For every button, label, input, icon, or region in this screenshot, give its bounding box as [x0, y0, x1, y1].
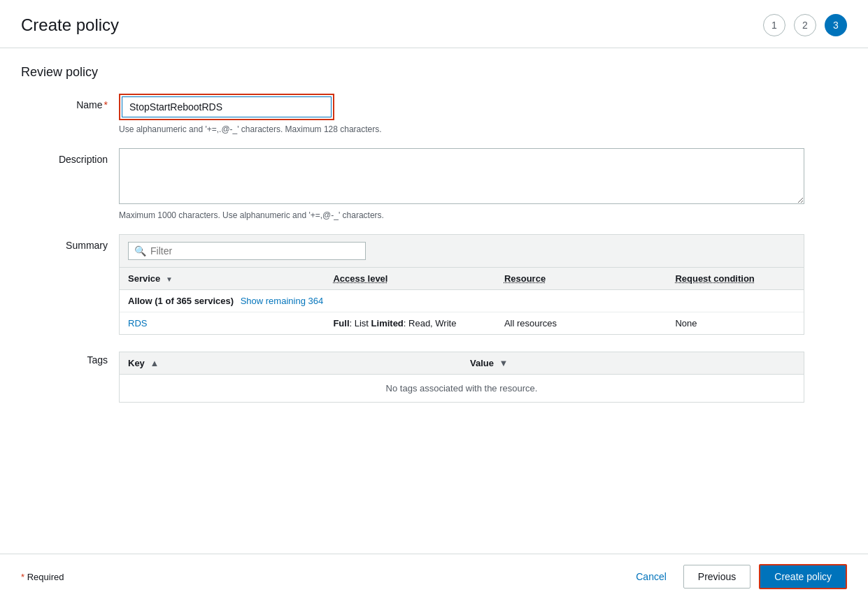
description-textarea[interactable]	[119, 148, 804, 204]
value-sort-icon: ▼	[499, 358, 508, 368]
col-resource-header: Resource	[496, 268, 667, 290]
allow-cell: Allow (1 of 365 services) Show remaining…	[120, 290, 804, 312]
description-control-area: Maximum 1000 characters. Use alphanumeri…	[119, 148, 847, 220]
tags-row: Tags Key ▲ Value	[21, 349, 847, 403]
description-label: Description	[21, 148, 119, 165]
name-label: Name*	[21, 94, 119, 110]
key-sort-icon: ▲	[150, 358, 159, 368]
step-indicators: 1 2 3	[763, 14, 847, 36]
service-cell: RDS	[120, 312, 325, 335]
tags-control-area: Key ▲ Value ▼ No tags a	[119, 349, 847, 403]
step-2: 2	[794, 14, 816, 36]
col-service-header[interactable]: Service ▼	[120, 268, 325, 290]
rds-link[interactable]: RDS	[128, 318, 147, 329]
col-key-header: Key ▲	[120, 352, 462, 375]
name-input-border	[119, 94, 334, 120]
tags-box: Key ▲ Value ▼ No tags a	[119, 352, 804, 403]
table-row: RDS Full: List Limited: Read, Write All …	[120, 312, 804, 335]
tags-table: Key ▲ Value ▼ No tags a	[119, 352, 804, 403]
create-policy-button[interactable]: Create policy	[759, 564, 847, 589]
filter-bar: 🔍	[120, 235, 804, 268]
resource-cell: All resources	[496, 312, 667, 335]
access-level-cell: Full: List Limited: Read, Write	[325, 312, 496, 335]
service-sort-icon: ▼	[166, 275, 173, 283]
allow-row: Allow (1 of 365 services) Show remaining…	[120, 290, 804, 312]
no-tags-message: No tags associated with the resource.	[120, 375, 804, 403]
col-value-header: Value ▼	[462, 352, 804, 375]
name-control-area: Use alphanumeric and '+=,.@-_' character…	[119, 94, 847, 134]
previous-button[interactable]: Previous	[683, 565, 750, 589]
name-input[interactable]	[122, 96, 332, 117]
tags-label: Tags	[21, 349, 119, 366]
description-row: Description Maximum 1000 characters. Use…	[21, 148, 847, 220]
summary-box: 🔍 Service ▼	[119, 234, 804, 335]
col-access-header: Access level	[325, 268, 496, 290]
summary-table: Service ▼ Access level Resource	[120, 268, 804, 334]
section-title: Review policy	[21, 65, 847, 80]
filter-input[interactable]	[150, 245, 360, 257]
summary-label: Summary	[21, 234, 119, 251]
show-remaining-link[interactable]: Show remaining 364	[241, 296, 324, 306]
col-request-header: Request condition	[667, 268, 804, 290]
footer-buttons: Cancel Previous Create policy	[627, 564, 847, 589]
step-3: 3	[825, 14, 847, 36]
step-1: 1	[763, 14, 785, 36]
name-row: Name* Use alphanumeric and '+=,.@-_' cha…	[21, 94, 847, 134]
search-icon: 🔍	[134, 245, 146, 257]
no-tags-row: No tags associated with the resource.	[120, 375, 804, 403]
filter-input-wrapper: 🔍	[128, 242, 366, 260]
cancel-button[interactable]: Cancel	[627, 565, 675, 588]
summary-control-area: 🔍 Service ▼	[119, 234, 847, 335]
request-condition-cell: None	[667, 312, 804, 335]
footer: * Required Cancel Previous Create policy	[0, 554, 868, 599]
required-note: * Required	[21, 572, 64, 582]
name-hint: Use alphanumeric and '+=,.@-_' character…	[119, 124, 847, 134]
allow-label: Allow (1 of 365 services)	[128, 296, 234, 306]
page-title: Create policy	[21, 15, 119, 35]
description-hint: Maximum 1000 characters. Use alphanumeri…	[119, 210, 847, 220]
summary-row: Summary 🔍	[21, 234, 847, 335]
